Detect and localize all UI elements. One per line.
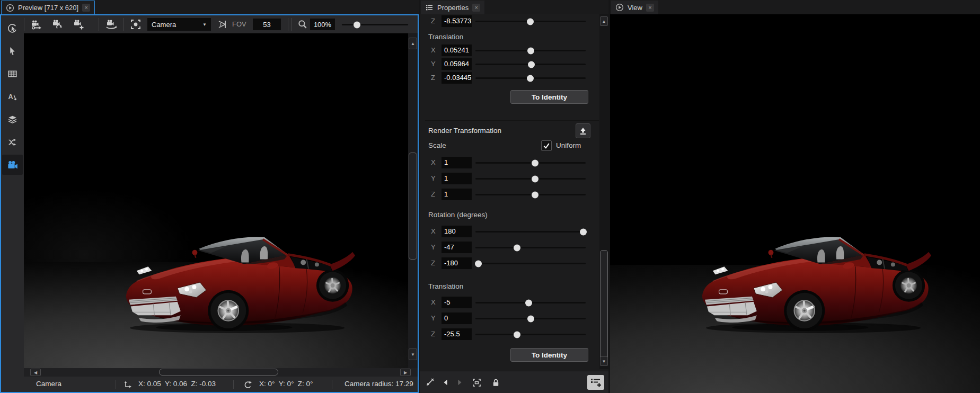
slider-thumb[interactable] xyxy=(527,75,534,82)
slider[interactable] xyxy=(475,247,586,248)
lock-button[interactable] xyxy=(489,376,502,389)
export-button[interactable] xyxy=(576,123,590,138)
slider-thumb[interactable] xyxy=(532,159,538,166)
slider[interactable] xyxy=(475,302,586,303)
tab-view[interactable]: View × xyxy=(611,1,658,14)
zoom-icon xyxy=(297,19,308,30)
sidebar-item-layers[interactable] xyxy=(2,109,23,129)
scroll-up-icon[interactable]: ▲ xyxy=(600,16,608,26)
camera-track-button[interactable] xyxy=(29,17,44,32)
value-input[interactable]: -25.5 xyxy=(442,328,472,340)
slider[interactable] xyxy=(475,77,586,79)
viewport-vscrollbar[interactable]: ▲ ▼ xyxy=(408,33,418,368)
value-input[interactable]: 1 xyxy=(442,189,472,200)
unpin-button[interactable] xyxy=(423,376,437,389)
slider-thumb[interactable] xyxy=(527,315,534,322)
scroll-up-icon[interactable]: ▲ xyxy=(409,38,417,49)
value-input[interactable]: 180 xyxy=(442,226,472,237)
close-icon[interactable]: × xyxy=(646,4,654,12)
to-identity-button[interactable]: To Identity xyxy=(510,348,588,362)
value-input[interactable]: -5 xyxy=(442,297,472,308)
tool-sidebar: A xyxy=(1,15,24,392)
vscroll-thumb[interactable] xyxy=(600,250,608,360)
preview-viewport[interactable]: ▲ ▼ xyxy=(24,33,418,368)
slider-thumb[interactable] xyxy=(475,260,482,267)
forward-button[interactable] xyxy=(453,376,466,389)
add-view-button[interactable] xyxy=(587,375,604,390)
slider-thumb[interactable] xyxy=(580,228,587,235)
tab-preview[interactable]: Preview [717 x 620] × xyxy=(1,1,95,14)
transform-row: Z 1 xyxy=(420,189,599,200)
slider-thumb[interactable] xyxy=(527,47,534,54)
viewport-hscrollbar[interactable]: ◀ ▶ xyxy=(24,368,418,377)
separator xyxy=(123,18,123,31)
frame-selection-button[interactable] xyxy=(128,17,143,32)
value-input[interactable]: 0 xyxy=(442,312,472,324)
value-input[interactable]: -0.03445 xyxy=(442,72,472,84)
zoom-input[interactable]: 100% xyxy=(310,19,335,30)
slider[interactable] xyxy=(475,194,586,195)
slider[interactable] xyxy=(475,334,586,335)
back-button[interactable] xyxy=(439,376,453,389)
scroll-down-icon[interactable]: ▼ xyxy=(600,356,608,366)
slider[interactable] xyxy=(475,21,586,22)
sidebar-item-camera[interactable] xyxy=(2,155,23,175)
value-input[interactable]: -8.53773 xyxy=(442,15,472,27)
slider-thumb[interactable] xyxy=(514,244,520,251)
sidebar-item-pick[interactable] xyxy=(2,18,23,38)
camera-orbit-button[interactable] xyxy=(104,17,119,32)
svg-text:A: A xyxy=(8,93,13,100)
render-area[interactable] xyxy=(24,33,408,368)
sidebar-item-table[interactable] xyxy=(2,64,23,84)
slider[interactable] xyxy=(475,162,586,164)
camera-select-dropdown[interactable]: Camera ▼ xyxy=(147,18,211,31)
play-circle-icon xyxy=(6,4,14,12)
tab-properties[interactable]: Properties × xyxy=(421,1,484,14)
camera-rotate-icon xyxy=(52,19,64,30)
slider-thumb[interactable] xyxy=(528,61,535,68)
slider-thumb[interactable] xyxy=(354,21,360,28)
value-input[interactable]: 0.05964 xyxy=(442,58,472,70)
fit-frame-button[interactable] xyxy=(470,376,483,389)
hscroll-thumb[interactable] xyxy=(159,369,278,376)
slider[interactable] xyxy=(475,318,586,319)
status-position: X: 0.05 Y: 0.06 Z: -0.03 xyxy=(138,380,216,388)
value-input[interactable]: -47 xyxy=(442,242,472,253)
vscroll-thumb[interactable] xyxy=(409,153,417,260)
to-identity-button[interactable]: To Identity xyxy=(510,90,588,104)
sidebar-item-annotate[interactable]: A xyxy=(2,86,23,106)
zoom-slider[interactable] xyxy=(342,24,408,25)
slider-thumb[interactable] xyxy=(532,175,538,182)
fov-input[interactable]: 53 xyxy=(253,19,281,30)
slider-thumb[interactable] xyxy=(527,18,534,25)
scroll-right-icon[interactable]: ▶ xyxy=(400,369,411,376)
view-render[interactable] xyxy=(610,14,980,393)
slider[interactable] xyxy=(475,178,586,180)
play-circle-icon xyxy=(615,3,624,12)
slider[interactable] xyxy=(475,64,586,65)
value-input[interactable]: 1 xyxy=(442,157,472,168)
camera-add-button[interactable] xyxy=(72,17,86,32)
camera-rotate-button[interactable] xyxy=(50,17,65,32)
transform-row: Y 1 xyxy=(420,173,599,184)
value-input[interactable]: 1 xyxy=(442,173,472,184)
slider[interactable] xyxy=(475,263,586,264)
sidebar-item-select[interactable] xyxy=(2,41,23,61)
properties-scrollbar[interactable]: ▲ ▼ xyxy=(599,14,608,369)
unpin-icon xyxy=(425,378,435,387)
sidebar-item-graph[interactable] xyxy=(2,132,23,152)
slider[interactable] xyxy=(475,231,586,233)
preview-statusbar: Camera X: 0.05 Y: 0.06 Z: -0.03 X: 0° Y:… xyxy=(24,377,418,392)
value-input[interactable]: 0.05241 xyxy=(442,44,472,56)
scroll-down-icon[interactable]: ▼ xyxy=(409,349,417,360)
transform-row: X -5 xyxy=(420,297,599,308)
close-icon[interactable]: × xyxy=(82,4,90,12)
scroll-left-icon[interactable]: ◀ xyxy=(30,369,41,376)
slider-thumb[interactable] xyxy=(514,331,520,338)
slider[interactable] xyxy=(475,50,586,51)
value-input[interactable]: -180 xyxy=(442,257,472,269)
close-icon[interactable]: × xyxy=(472,4,480,12)
uniform-checkbox[interactable] xyxy=(541,140,552,151)
slider-thumb[interactable] xyxy=(532,191,538,198)
slider-thumb[interactable] xyxy=(525,299,532,306)
